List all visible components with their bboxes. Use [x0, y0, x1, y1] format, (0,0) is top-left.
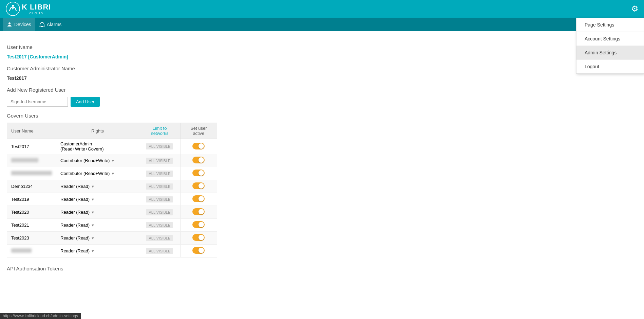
rights-dropdown-arrow[interactable]: ▼: [91, 236, 95, 240]
user-active-toggle[interactable]: [192, 195, 205, 202]
main-content: User Name Test2017 [CustomerAdmin] Custo…: [0, 31, 644, 282]
table-cell-username: [7, 245, 56, 258]
rights-dropdown-arrow[interactable]: ▼: [111, 172, 115, 176]
rights-dropdown-arrow[interactable]: ▼: [111, 159, 115, 163]
nav-devices[interactable]: Devices: [3, 18, 35, 31]
dropdown-page-settings[interactable]: Page Settings: [576, 18, 644, 32]
user-active-toggle[interactable]: [192, 143, 205, 149]
dropdown-logout[interactable]: Logout: [576, 60, 644, 73]
table-cell-limit: ALL VISIBLE: [139, 232, 181, 245]
rights-dropdown-arrow[interactable]: ▼: [91, 223, 95, 227]
sign-in-username-input[interactable]: [7, 97, 68, 107]
customer-admin-title: Customer Administrator Name: [7, 66, 637, 71]
user-active-toggle[interactable]: [192, 234, 205, 241]
table-cell-limit: ALL VISIBLE: [139, 193, 181, 206]
col-rights: Rights: [56, 123, 139, 139]
table-cell-username: Demo1234: [7, 180, 56, 193]
header: K LIBRI CLOUD ⚙: [0, 0, 644, 18]
customer-admin-value: Test2017: [7, 75, 637, 81]
table-row: Demo1234Reader (Read)▼ALL VISIBLE: [7, 180, 217, 193]
user-name-title: User Name: [7, 44, 637, 50]
logo: K LIBRI CLOUD: [5, 1, 51, 16]
table-cell-username: Test2020: [7, 206, 56, 219]
blurred-username: [11, 171, 52, 175]
add-user-button[interactable]: Add User: [71, 97, 100, 107]
logo-sub: CLOUD: [22, 12, 51, 15]
table-cell-username: Test2023: [7, 232, 56, 245]
user-active-toggle[interactable]: [192, 221, 205, 228]
table-cell-rights: Reader (Read)▼: [56, 232, 139, 245]
logo-text: K LIBRI: [22, 3, 51, 11]
dropdown-account-settings[interactable]: Account Settings: [576, 32, 644, 46]
table-cell-active: [180, 219, 217, 232]
col-limit: Limit to networks: [139, 123, 181, 139]
table-cell-active: [180, 154, 217, 167]
all-visible-badge[interactable]: ALL VISIBLE: [146, 222, 173, 228]
all-visible-badge[interactable]: ALL VISIBLE: [146, 158, 173, 164]
all-visible-badge[interactable]: ALL VISIBLE: [146, 235, 173, 241]
table-body: Test2017CustomerAdmin (Read+Write+Govern…: [7, 139, 217, 258]
api-section: API Authorisation Tokens: [7, 266, 637, 271]
table-cell-limit: ALL VISIBLE: [139, 206, 181, 219]
table-cell-active: [180, 206, 217, 219]
dropdown-menu: Page Settings Account Settings Admin Set…: [576, 18, 644, 74]
table-cell-rights: Contributor (Read+Write)▼: [56, 167, 139, 180]
all-visible-badge[interactable]: ALL VISIBLE: [146, 171, 173, 177]
user-active-toggle[interactable]: [192, 170, 205, 176]
table-cell-rights: Reader (Read)▼: [56, 219, 139, 232]
table-cell-username: Test2017: [7, 139, 56, 154]
user-active-toggle[interactable]: [192, 157, 205, 163]
api-title: API Authorisation Tokens: [7, 266, 637, 271]
all-visible-badge[interactable]: ALL VISIBLE: [146, 143, 173, 149]
svg-point-2: [8, 22, 11, 24]
navbar: Devices Alarms: [0, 18, 644, 31]
gear-button[interactable]: ⚙: [631, 4, 639, 14]
govern-users-table: User Name Rights Limit to networks Set u…: [7, 123, 217, 258]
govern-users-title: Govern Users: [7, 113, 637, 119]
table-cell-username: [7, 154, 56, 167]
rights-dropdown-arrow[interactable]: ▼: [91, 210, 95, 214]
table-cell-username: Test2021: [7, 219, 56, 232]
all-visible-badge[interactable]: ALL VISIBLE: [146, 248, 173, 254]
svg-point-1: [12, 5, 14, 7]
nav-alarms[interactable]: Alarms: [35, 18, 66, 31]
person-icon: [7, 22, 12, 27]
table-cell-active: [180, 167, 217, 180]
table-row: Reader (Read)▼ALL VISIBLE: [7, 245, 217, 258]
user-active-toggle[interactable]: [192, 208, 205, 215]
rights-dropdown-arrow[interactable]: ▼: [91, 249, 95, 253]
table-row: Contributor (Read+Write)▼ALL VISIBLE: [7, 167, 217, 180]
add-user-title: Add New Registered User: [7, 87, 637, 93]
user-active-toggle[interactable]: [192, 247, 205, 254]
alarm-icon: [39, 22, 45, 27]
table-cell-rights: CustomerAdmin (Read+Write+Govern): [56, 139, 139, 154]
table-cell-limit: ALL VISIBLE: [139, 139, 181, 154]
table-header: User Name Rights Limit to networks Set u…: [7, 123, 217, 139]
user-active-toggle[interactable]: [192, 182, 205, 189]
user-name-value: Test2017 [CustomerAdmin]: [7, 54, 637, 59]
table-cell-active: [180, 180, 217, 193]
all-visible-badge[interactable]: ALL VISIBLE: [146, 196, 173, 202]
rights-dropdown-arrow[interactable]: ▼: [91, 197, 95, 201]
table-cell-rights: Reader (Read)▼: [56, 193, 139, 206]
col-username: User Name: [7, 123, 56, 139]
table-row: Contributor (Read+Write)▼ALL VISIBLE: [7, 154, 217, 167]
table-cell-active: [180, 245, 217, 258]
customer-admin-section: Customer Administrator Name Test2017: [7, 66, 637, 81]
table-cell-limit: ALL VISIBLE: [139, 245, 181, 258]
govern-users-section: Govern Users User Name Rights Limit to n…: [7, 113, 637, 258]
table-cell-limit: ALL VISIBLE: [139, 154, 181, 167]
table-cell-active: [180, 232, 217, 245]
add-user-section: Add New Registered User Add User: [7, 87, 637, 107]
rights-dropdown-arrow[interactable]: ▼: [91, 184, 95, 189]
table-cell-limit: ALL VISIBLE: [139, 219, 181, 232]
table-row: Test2023Reader (Read)▼ALL VISIBLE: [7, 232, 217, 245]
table-row: Test2019Reader (Read)▼ALL VISIBLE: [7, 193, 217, 206]
all-visible-badge[interactable]: ALL VISIBLE: [146, 209, 173, 215]
table-cell-username: Test2019: [7, 193, 56, 206]
table-cell-rights: Reader (Read)▼: [56, 180, 139, 193]
dropdown-admin-settings[interactable]: Admin Settings: [576, 46, 644, 60]
add-user-row: Add User: [7, 97, 637, 107]
all-visible-badge[interactable]: ALL VISIBLE: [146, 183, 173, 190]
col-active: Set user active: [180, 123, 217, 139]
